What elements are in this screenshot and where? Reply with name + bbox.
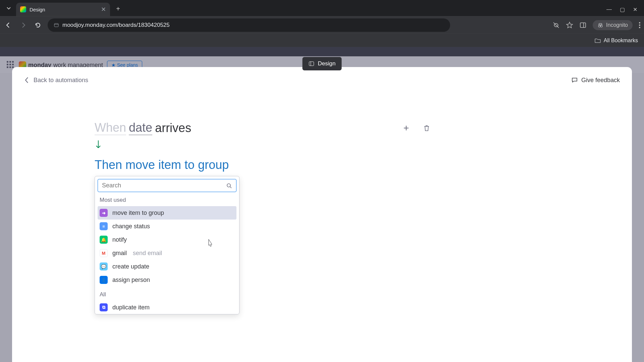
svg-point-5 [639, 24, 640, 26]
sidepanel-icon[interactable] [579, 21, 587, 29]
site-info-icon[interactable] [54, 22, 59, 28]
address-bar: moodjoy.monday.com/boards/1830420525 Inc… [0, 16, 644, 34]
gmail-icon: M [100, 249, 108, 257]
trigger-actions [402, 124, 430, 132]
svg-point-4 [639, 22, 640, 23]
option-notify[interactable]: 🔔 notify [98, 233, 236, 246]
option-label: duplicate item [112, 304, 150, 311]
trigger-arrives: arrives [155, 121, 191, 135]
toolbar-right: Incognito [552, 20, 641, 30]
person-icon: 👤 [100, 276, 108, 284]
url-text: moodjoy.monday.com/boards/1830420525 [62, 22, 170, 28]
new-tab-button[interactable]: + [112, 3, 124, 15]
reload-button[interactable] [33, 20, 43, 30]
tab-close-icon[interactable]: ✕ [101, 6, 106, 13]
window-controls: ― ▢ ✕ [606, 6, 644, 13]
favicon-icon [20, 6, 26, 12]
maximize-icon[interactable]: ▢ [620, 6, 625, 13]
back-to-automations[interactable]: Back to automations [24, 76, 88, 84]
incognito-icon [597, 22, 603, 28]
duplicate-icon: ⧉ [100, 303, 108, 311]
action-picker-dropdown: Most used ➜ move item to group ≡ change … [95, 176, 239, 314]
action-sentence[interactable]: Then move item to group [95, 158, 430, 172]
feedback-label: Give feedback [581, 77, 620, 84]
arrow-right-icon: ➜ [100, 209, 108, 217]
automation-builder: When date arrives Then move item to grou… [95, 121, 430, 314]
option-create-update[interactable]: 💬 create update [98, 260, 236, 273]
option-change-status[interactable]: ≡ change status [98, 220, 236, 233]
back-label: Back to automations [34, 77, 88, 84]
give-feedback[interactable]: Give feedback [571, 77, 620, 84]
kebab-icon[interactable] [639, 21, 641, 29]
flow-arrow-icon [95, 140, 430, 150]
search-input[interactable] [102, 182, 226, 189]
tab-title: Design [30, 7, 45, 12]
svg-point-8 [227, 184, 230, 187]
trigger-row: When date arrives [95, 121, 430, 135]
eye-off-icon[interactable] [552, 21, 560, 29]
option-move-item[interactable]: ➜ move item to group [98, 206, 236, 220]
status-icon: ≡ [100, 222, 108, 230]
svg-point-2 [598, 25, 600, 27]
browser-chrome: Design ✕ + ― ▢ ✕ moodjoy.monday.com/boar… [0, 0, 644, 43]
url-field[interactable]: moodjoy.monday.com/boards/1830420525 [48, 18, 450, 32]
automation-modal: Back to automations Give feedback When d… [12, 67, 632, 362]
tab-bar: Design ✕ + ― ▢ ✕ [0, 0, 644, 16]
option-label: assign person [112, 277, 150, 284]
close-window-icon[interactable]: ✕ [633, 6, 637, 13]
option-label: notify [112, 236, 127, 243]
option-label: create update [112, 263, 149, 270]
panel-icon [309, 61, 315, 67]
section-most-used: Most used [98, 192, 236, 206]
option-sublabel: send email [133, 250, 162, 257]
option-assign-person[interactable]: 👤 assign person [98, 273, 236, 287]
modal-header: Back to automations Give feedback [24, 76, 620, 84]
add-step-button[interactable] [402, 124, 410, 132]
svg-rect-0 [54, 23, 58, 27]
chevron-left-icon [24, 76, 29, 84]
chat-icon [571, 77, 578, 83]
svg-point-6 [639, 27, 640, 28]
folder-icon [594, 37, 601, 44]
trigger-when[interactable]: When [95, 121, 126, 135]
incognito-label: Incognito [606, 22, 628, 28]
update-icon: 💬 [100, 262, 108, 270]
delete-step-button[interactable] [423, 124, 430, 132]
svg-rect-1 [580, 23, 586, 27]
section-all: All [98, 287, 236, 301]
board-title-pill[interactable]: Design [303, 57, 342, 70]
browser-tab[interactable]: Design ✕ [16, 3, 110, 16]
board-title: Design [318, 60, 336, 67]
option-label: gmail [112, 250, 127, 257]
svg-rect-7 [309, 62, 314, 66]
search-wrap [98, 179, 236, 192]
option-gmail[interactable]: M gmail send email [98, 246, 236, 260]
svg-point-3 [600, 25, 602, 27]
star-icon[interactable] [566, 21, 573, 29]
bell-icon: 🔔 [100, 236, 108, 244]
trigger-date[interactable]: date [129, 121, 152, 135]
option-duplicate-item[interactable]: ⧉ duplicate item [98, 301, 236, 314]
incognito-chip[interactable]: Incognito [593, 20, 633, 30]
option-label: change status [112, 223, 150, 230]
bookmarks-bar: All Bookmarks [0, 34, 644, 47]
search-icon [226, 183, 232, 189]
forward-button[interactable] [18, 20, 28, 30]
back-button[interactable] [3, 20, 13, 30]
tab-search-dropdown[interactable] [3, 2, 15, 14]
minimize-icon[interactable]: ― [606, 6, 612, 13]
option-label: move item to group [112, 209, 164, 217]
all-bookmarks-link[interactable]: All Bookmarks [604, 38, 638, 44]
